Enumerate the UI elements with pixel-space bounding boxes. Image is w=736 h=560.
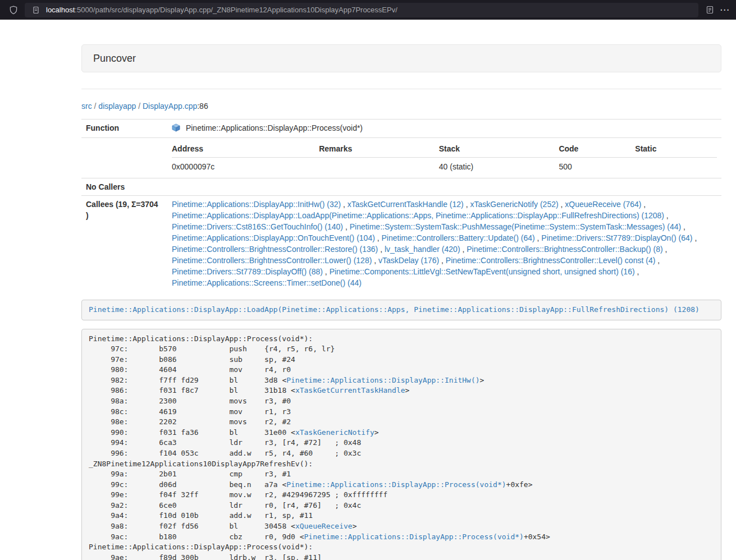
callees-label: Callees (19, Σ=3704 ) [81,196,167,292]
callees-row: Callees (19, Σ=3704 ) Pinetime::Applicat… [81,196,721,292]
function-row-label: Function [81,120,167,138]
callee-link[interactable]: Pinetime::Applications::Screens::Timer::… [172,278,362,287]
column-stack: Stack [439,141,559,158]
symbol-detail-table: Address Remarks Stack Code Static 0x0000… [172,141,717,175]
shield-icon[interactable] [8,4,19,16]
callee-link[interactable]: Pinetime::Applications::DisplayApp::Load… [172,211,664,220]
page-content: Puncover src / displayapp / DisplayApp.c… [81,20,721,560]
page-title: Puncover [93,52,710,65]
code-symbol-link[interactable]: xQueueReceive [295,522,353,530]
breadcrumb-link[interactable]: displayapp [98,102,136,111]
no-callers-row: No Callers [81,178,721,196]
callee-link[interactable]: Pinetime::Components::LittleVgl::SetNewT… [330,267,635,276]
detail-value-row: 0x0000097c 40 (static) 500 [172,158,717,176]
callee-link[interactable]: Pinetime::Controllers::BrightnessControl… [467,245,662,254]
column-remarks: Remarks [319,141,439,158]
symbol-detail-row: Address Remarks Stack Code Static 0x0000… [81,138,721,178]
callee-link[interactable]: xQueueReceive (764) [565,200,641,209]
remarks-value [319,158,439,176]
callee-link[interactable]: xTaskGetCurrentTaskHandle (12) [348,200,464,209]
static-value [635,158,717,176]
url-host: localhost [46,6,75,14]
breadcrumb-link[interactable]: src [81,102,92,111]
code-value: 500 [559,158,635,176]
function-row: Function Pinetime::Applications::Display… [81,120,721,138]
code-symbol-link[interactable]: Pinetime::Applications::DisplayApp::Proc… [304,533,524,541]
column-static: Static [635,141,717,158]
callee-link[interactable]: Pinetime::Applications::DisplayApp::Init… [172,200,341,209]
reader-mode-icon[interactable] [704,4,715,16]
stack-value: 40 (static) [439,158,559,176]
callee-link[interactable]: Pinetime::Controllers::Battery::Update()… [382,233,535,242]
browser-toolbar: localhost:5000/path/src/displayapp/Displ… [0,0,736,20]
callee-link[interactable]: Pinetime::Controllers::BrightnessControl… [446,256,655,265]
callee-link[interactable]: Pinetime::Controllers::BrightnessControl… [172,245,378,254]
url-bar[interactable]: localhost:5000/path/src/displayapp/Displ… [25,3,698,17]
column-code: Code [559,141,635,158]
callee-link[interactable]: Pinetime::Drivers::St7789::DisplayOff() … [172,267,323,276]
callee-link[interactable]: Pinetime::Controllers::BrightnessControl… [172,256,372,265]
callee-link[interactable]: vTaskDelay (176) [378,256,439,265]
selected-call-link[interactable]: Pinetime::Applications::DisplayApp::Load… [89,305,700,314]
callees-list: Pinetime::Applications::DisplayApp::Init… [167,196,721,292]
function-icon [172,123,180,135]
line-number: :86 [197,102,208,111]
code-symbol-link[interactable]: Pinetime::Applications::DisplayApp::Init… [286,376,479,384]
callee-link[interactable]: Pinetime::System::SystemTask::PushMessag… [350,222,682,231]
divider [81,89,721,89]
page-icon [30,4,42,16]
callee-link[interactable]: Pinetime::Drivers::Cst816S::GetTouchInfo… [172,222,343,231]
column-address: Address [172,141,319,158]
code-symbol-link[interactable]: xTaskGetCurrentTaskHandle [295,386,405,394]
url-text: localhost:5000/path/src/displayapp/Displ… [46,6,397,14]
function-name: Pinetime::Applications::DisplayApp::Proc… [186,123,363,132]
callee-link[interactable]: Pinetime::Drivers::St7789::DisplayOn() (… [541,233,692,242]
detail-header-row: Address Remarks Stack Code Static [172,141,717,158]
breadcrumb-link[interactable]: DisplayApp.cpp [143,102,197,111]
address-value: 0x0000097c [172,158,319,176]
code-symbol-link[interactable]: Pinetime::Applications::DisplayApp::Proc… [286,480,506,489]
more-menu-icon[interactable]: ⋯ [720,4,729,16]
function-name-cell: Pinetime::Applications::DisplayApp::Proc… [167,120,721,138]
breadcrumb: src / displayapp / DisplayApp.cpp:86 [81,100,721,112]
app-header: Puncover [81,44,721,72]
no-callers-cell [167,178,721,196]
callee-link[interactable]: xTaskGenericNotify (252) [470,200,558,209]
function-table: Function Pinetime::Applications::Display… [81,119,721,291]
code-symbol-link[interactable]: xTaskGenericNotify [295,428,374,437]
disassembly: Pinetime::Applications::DisplayApp::Proc… [81,329,721,560]
selected-call-line: Pinetime::Applications::DisplayApp::Load… [81,300,721,320]
callee-link[interactable]: lv_task_handler (420) [385,245,460,254]
no-callers-label: No Callers [81,178,167,196]
breadcrumb-separator: / [92,102,99,111]
breadcrumb-separator: / [136,102,143,111]
url-path: :5000/path/src/displayapp/DisplayApp.cpp… [75,6,397,14]
callee-link[interactable]: Pinetime::Applications::DisplayApp::OnTo… [172,233,375,242]
symbol-detail-cell: Address Remarks Stack Code Static 0x0000… [167,138,721,178]
empty-row-label [81,138,167,178]
